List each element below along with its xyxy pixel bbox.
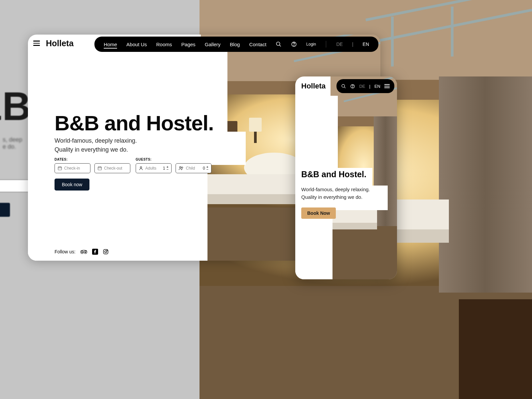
child-value: 0 <box>203 166 205 171</box>
svg-line-66 <box>344 87 346 88</box>
svg-point-68 <box>352 87 353 87</box>
mobile-lang-de[interactable]: DE <box>359 84 365 89</box>
person-icon <box>139 166 143 171</box>
svg-point-43 <box>140 167 142 168</box>
mobile-hero-subtitle: World-famous, deeply relaxing. Quality i… <box>301 186 384 201</box>
svg-line-32 <box>279 45 281 47</box>
svg-rect-26 <box>249 118 262 132</box>
mobile-menu-icon[interactable] <box>384 83 390 89</box>
svg-rect-27 <box>254 132 257 143</box>
svg-point-48 <box>81 252 82 253</box>
svg-rect-64 <box>331 223 377 229</box>
mobile-hero-title: B&B and Hostel. <box>301 170 366 179</box>
ghost-button <box>0 203 10 217</box>
lang-separator: | <box>352 42 353 47</box>
svg-point-34 <box>294 45 294 46</box>
mobile-lang-en[interactable]: EN <box>374 84 380 89</box>
svg-rect-59 <box>331 226 397 279</box>
svg-rect-35 <box>58 167 62 170</box>
nav-rooms[interactable]: Rooms <box>156 42 172 47</box>
nav-home[interactable]: Home <box>104 42 117 47</box>
hero-subtitle: World-famous, deeply relaxing. Quality i… <box>55 136 154 154</box>
svg-point-52 <box>105 251 107 253</box>
child-label: Child <box>186 166 195 171</box>
mobile-nav: DE | EN <box>336 79 394 93</box>
people-icon <box>179 166 184 171</box>
adults-stepper[interactable]: +− <box>167 166 169 171</box>
lang-de[interactable]: DE <box>336 42 342 47</box>
mobile-preview: Holleta DE | EN B&B and Hostel. World-fa… <box>295 76 397 279</box>
calendar-icon <box>58 166 62 171</box>
mobile-lang-sep: | <box>369 84 370 89</box>
svg-point-49 <box>85 252 86 253</box>
svg-rect-58 <box>374 116 397 236</box>
calendar-icon <box>97 166 102 171</box>
ghost-title: &B <box>0 83 31 129</box>
svg-point-45 <box>182 167 183 168</box>
dates-label: DATES: <box>55 158 130 161</box>
svg-rect-16 <box>459 299 532 399</box>
social-label: Follow us: <box>55 249 75 254</box>
search-icon[interactable] <box>276 41 282 47</box>
mobile-brand[interactable]: Holleta <box>301 82 326 90</box>
instagram-icon[interactable] <box>103 249 109 255</box>
mobile-help-icon[interactable] <box>350 84 355 89</box>
booking-form: DATES: Check-in Check-out GUESTS: <box>55 158 254 191</box>
nav-contact[interactable]: Contact <box>249 42 266 47</box>
adults-field[interactable]: Adults 1 +− <box>136 163 172 173</box>
nav-pages[interactable]: Pages <box>181 42 196 47</box>
facebook-icon[interactable] <box>92 249 98 255</box>
svg-point-53 <box>107 250 107 251</box>
checkout-field[interactable]: Check-out <box>94 163 130 173</box>
social-links: Follow us: <box>55 249 109 255</box>
svg-rect-39 <box>98 167 102 170</box>
guests-label: GUESTS: <box>136 158 211 161</box>
adults-label: Adults <box>145 166 156 171</box>
hero-title: B&B and Hostel. <box>55 111 214 135</box>
brand-logo[interactable]: Holleta <box>46 39 73 48</box>
svg-point-44 <box>180 167 181 168</box>
adults-value: 1 <box>163 166 165 171</box>
svg-point-31 <box>276 42 280 46</box>
mobile-search-icon[interactable] <box>341 84 346 89</box>
help-icon[interactable] <box>291 41 297 47</box>
mobile-book-button[interactable]: Book Now <box>301 207 336 219</box>
main-nav: Home About Us Rooms Pages Gallery Blog C… <box>94 37 378 52</box>
ghost-subtitle: s, deep e do. <box>3 136 22 150</box>
child-field[interactable]: Child 0 +− <box>176 163 211 173</box>
menu-icon[interactable] <box>33 39 40 47</box>
nav-blog[interactable]: Blog <box>230 42 240 47</box>
lang-en[interactable]: EN <box>363 42 369 47</box>
checkout-placeholder: Check-out <box>104 166 122 171</box>
svg-point-65 <box>342 84 345 87</box>
book-button[interactable]: Book now <box>55 179 89 191</box>
tripadvisor-icon[interactable] <box>80 249 87 254</box>
nav-about[interactable]: About Us <box>126 42 147 47</box>
checkin-field[interactable]: Check-in <box>55 163 90 173</box>
nav-gallery[interactable]: Gallery <box>205 42 221 47</box>
checkin-placeholder: Check-in <box>64 166 80 171</box>
child-stepper[interactable]: +− <box>206 166 208 171</box>
svg-rect-9 <box>439 76 532 293</box>
login-link[interactable]: Login <box>306 42 316 47</box>
